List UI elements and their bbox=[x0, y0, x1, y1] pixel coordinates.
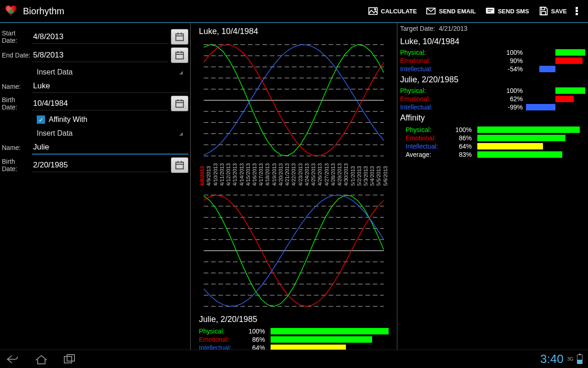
date-tick: 4/20/2013 bbox=[278, 163, 283, 186]
affinity-bar bbox=[477, 151, 580, 158]
stats-panel: Target Date: 4/21/2013 Luke, 10/4/1984 P… bbox=[397, 23, 588, 350]
end-date-picker-button[interactable] bbox=[171, 47, 188, 63]
date-tick: 5/1/2013 bbox=[350, 163, 356, 186]
affinity-bar bbox=[477, 135, 580, 141]
affinity-row: Intellectual: 64% bbox=[406, 142, 580, 150]
affinity-pct: 100% bbox=[244, 328, 267, 335]
date-tick: 4/15/2013 bbox=[245, 163, 251, 186]
date-tick: 5/5/2013 bbox=[376, 163, 381, 186]
date-tick: 4/18/2013 bbox=[265, 163, 270, 186]
stat-row: Emotional: 90% bbox=[400, 57, 585, 65]
date-tick: 4/17/2013 bbox=[258, 163, 264, 186]
date-tick: 4/30/2013 bbox=[343, 163, 349, 186]
save-button[interactable]: SAVE bbox=[534, 3, 571, 19]
stat-pct: 100% bbox=[498, 49, 526, 56]
stat-row: Emotional: 62% bbox=[400, 95, 585, 103]
affinity-checkbox-row[interactable]: ✓ Affinity With bbox=[0, 113, 188, 126]
stat-pct: 62% bbox=[498, 95, 526, 103]
date-tick: 4/27/2013 bbox=[324, 163, 329, 186]
affinity-row: Average: 83% bbox=[406, 150, 580, 159]
android-navbar: 3:40 3G bbox=[0, 350, 588, 368]
start-date-input[interactable] bbox=[32, 30, 168, 44]
chart2-title: Julie, 2/20/1985 bbox=[193, 313, 394, 326]
calculate-button[interactable]: CALCULATE bbox=[363, 3, 421, 19]
birth1-picker-button[interactable] bbox=[171, 96, 188, 111]
stat-label: Intellectual: bbox=[400, 65, 455, 73]
affinity-pct: 86% bbox=[244, 336, 267, 343]
stat-pct: 100% bbox=[498, 87, 526, 94]
send-email-button[interactable]: SEND EMAIL bbox=[421, 3, 480, 19]
date-tick: 4/10/2013 bbox=[213, 163, 218, 186]
date-tick: 4/9/2013 bbox=[206, 163, 211, 186]
affinity-bar bbox=[271, 328, 389, 334]
date-tick: 5/3/2013 bbox=[363, 163, 368, 186]
recent-apps-icon[interactable] bbox=[62, 354, 77, 365]
affinity-label: Emotional: bbox=[406, 134, 447, 142]
affinity-label: Physical: bbox=[199, 328, 240, 335]
app-title: Biorhythm bbox=[23, 6, 363, 17]
affinity-bar bbox=[477, 126, 580, 133]
birth2-input[interactable] bbox=[32, 159, 168, 172]
affinity-row: Physical: 100% bbox=[406, 126, 580, 134]
back-icon[interactable] bbox=[6, 354, 20, 365]
network-indicator: 3G bbox=[567, 356, 573, 362]
stat-row: Physical: 100% bbox=[400, 48, 585, 57]
stat-label: Intellectual: bbox=[400, 104, 455, 111]
overflow-menu-button[interactable] bbox=[571, 6, 582, 17]
name2-input[interactable] bbox=[32, 141, 188, 155]
topbar: Biorhythm CALCULATE SEND EMAIL SEND SMS … bbox=[0, 0, 588, 23]
affinity-checkbox[interactable]: ✓ bbox=[37, 115, 45, 124]
birth1-input[interactable] bbox=[32, 97, 168, 110]
form-panel: Start Date: End Date: Insert Data Name: … bbox=[0, 23, 191, 350]
stat-bar bbox=[526, 66, 585, 72]
insert-data-dropdown-2[interactable]: Insert Data bbox=[0, 126, 188, 139]
date-tick: 4/8/2013 bbox=[199, 163, 205, 186]
stats-affinity-title: Affinity bbox=[400, 111, 585, 125]
affinity-row: Emotional: 86% bbox=[406, 134, 580, 142]
date-tick: 4/19/2013 bbox=[271, 163, 277, 186]
stat-label: Physical: bbox=[400, 87, 455, 94]
sms-icon bbox=[485, 6, 495, 16]
battery-icon bbox=[577, 355, 582, 364]
affinity-bar bbox=[477, 143, 580, 150]
stat-pct: -54% bbox=[498, 65, 526, 73]
end-date-input[interactable] bbox=[32, 49, 168, 62]
date-tick: 4/13/2013 bbox=[232, 163, 237, 186]
stat-label: Physical: bbox=[400, 49, 455, 56]
birth1-label: Birth Date: bbox=[0, 96, 32, 111]
date-tick: 4/12/2013 bbox=[226, 163, 231, 186]
home-icon[interactable] bbox=[34, 354, 49, 365]
target-date-value: 4/21/2013 bbox=[439, 25, 467, 32]
date-tick: 4/24/2013 bbox=[304, 163, 310, 186]
email-icon bbox=[426, 6, 436, 16]
birth2-label: Birth Date: bbox=[0, 158, 32, 172]
affinity-label: Physical: bbox=[406, 126, 447, 133]
svg-rect-5 bbox=[176, 34, 184, 41]
affinity-summary-right: Physical: 100% Emotional: 86% Intellectu… bbox=[400, 125, 585, 160]
calendar-icon bbox=[175, 98, 185, 109]
chart1 bbox=[193, 38, 394, 162]
date-tick: 4/14/2013 bbox=[239, 163, 244, 186]
date-axis: 4/8/20134/9/20134/10/20134/11/20134/12/2… bbox=[193, 162, 394, 189]
svg-rect-44 bbox=[67, 355, 74, 361]
date-tick: 5/2/2013 bbox=[356, 163, 362, 186]
name1-input[interactable] bbox=[32, 80, 188, 93]
svg-rect-13 bbox=[176, 101, 184, 108]
birth2-picker-button[interactable] bbox=[171, 157, 188, 173]
clock: 3:40 bbox=[540, 352, 564, 366]
svg-rect-17 bbox=[176, 162, 184, 169]
name1-label: Name: bbox=[0, 83, 32, 90]
start-date-picker-button[interactable] bbox=[171, 29, 188, 45]
stat-label: Emotional: bbox=[400, 95, 455, 103]
date-tick: 4/25/2013 bbox=[311, 163, 316, 186]
send-sms-button[interactable]: SEND SMS bbox=[481, 3, 534, 19]
start-date-label: Start Date: bbox=[0, 29, 32, 44]
end-date-label: End Date: bbox=[0, 52, 32, 59]
stat-row: Physical: 100% bbox=[400, 86, 585, 95]
affinity-label: Emotional: bbox=[199, 336, 240, 343]
svg-rect-3 bbox=[541, 7, 544, 10]
insert-data-dropdown-1[interactable]: Insert Data bbox=[0, 64, 188, 78]
calendar-icon bbox=[175, 32, 185, 42]
date-tick: 5/6/2013 bbox=[383, 163, 388, 186]
affinity-pct: 64% bbox=[451, 143, 474, 150]
